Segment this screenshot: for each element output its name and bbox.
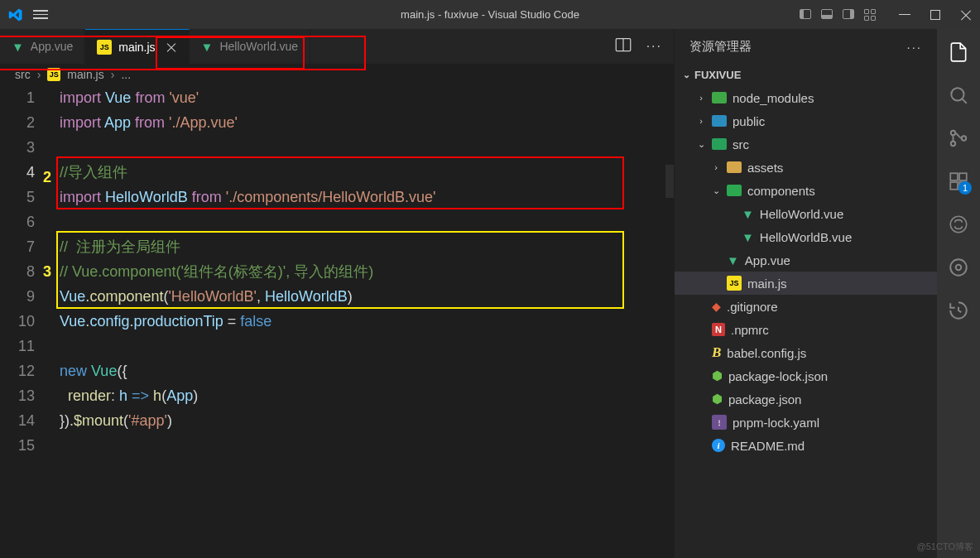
tree-src[interactable]: ⌄src: [675, 132, 937, 156]
tab-label: App.vue: [31, 40, 73, 53]
tree-components[interactable]: ⌄components: [675, 179, 937, 202]
svg-point-11: [950, 216, 967, 233]
hamburger-menu-icon[interactable]: [33, 7, 48, 22]
tab-app-vue[interactable]: ▼ App.vue: [0, 29, 85, 64]
copilot-activity-icon[interactable]: [947, 213, 970, 236]
yaml-icon: ⋮: [712, 415, 727, 430]
search-activity-icon[interactable]: [947, 84, 970, 107]
vue-icon: ▼: [12, 40, 24, 54]
more-actions-icon[interactable]: ···: [646, 39, 662, 54]
json-icon: ⬢: [712, 392, 723, 406]
minimap-scrollbar[interactable]: [665, 165, 674, 198]
tree-packagelock[interactable]: ⬢package-lock.json: [675, 364, 937, 387]
timeline-activity-icon[interactable]: [947, 299, 970, 322]
code-editor[interactable]: 123456789101112131415 import Vue from 'v…: [0, 85, 674, 458]
tree-gitignore[interactable]: ◆.gitignore: [675, 295, 937, 318]
maximize-button[interactable]: [930, 10, 940, 20]
toggle-bottom-panel-icon[interactable]: [821, 9, 833, 19]
tree-package[interactable]: ⬢package.json: [675, 387, 937, 411]
explorer-panel: 资源管理器 ··· ⌄FUXIVUE ›node_modules ›public…: [674, 29, 937, 558]
extensions-badge: 1: [958, 181, 972, 195]
tab-label: main.js: [118, 41, 155, 54]
close-tab-icon[interactable]: [166, 41, 177, 53]
svg-rect-8: [959, 173, 967, 180]
tab-bar: ▼ App.vue JS main.js ▼ HelloWorld.vue ··…: [0, 29, 674, 64]
svg-point-13: [956, 265, 962, 271]
vue-icon: ▼: [727, 253, 739, 267]
watermark: @51CTO博客: [917, 541, 973, 553]
toggle-left-panel-icon[interactable]: [800, 9, 811, 19]
layout-icons: [800, 9, 876, 21]
breadcrumb-file[interactable]: main.js: [67, 68, 103, 81]
tree-npmrc[interactable]: N.npmrc: [675, 318, 937, 341]
minimize-button[interactable]: [899, 14, 910, 15]
folder-icon: [712, 138, 727, 150]
svg-point-4: [951, 131, 955, 135]
file-tree: ›node_modules ›public ⌄src ›assets ⌄comp…: [675, 86, 937, 465]
git-icon: ◆: [712, 300, 721, 313]
tree-pnpm[interactable]: ⋮pnpm-lock.yaml: [675, 411, 937, 434]
npm-icon: N: [712, 323, 725, 336]
window-title: main.js - fuxivue - Visual Studio Code: [401, 8, 579, 21]
svg-point-2: [951, 88, 963, 100]
folder-icon: [712, 115, 727, 127]
svg-rect-7: [950, 173, 958, 180]
folder-icon: [712, 92, 727, 103]
tab-main-js[interactable]: JS main.js: [85, 29, 189, 64]
svg-rect-9: [950, 182, 958, 190]
explorer-title: 资源管理器: [689, 39, 752, 55]
tree-assets[interactable]: ›assets: [675, 156, 937, 179]
breadcrumb[interactable]: src › JS main.js › ...: [0, 64, 674, 85]
code-content[interactable]: import Vue from 'vue' import App from '.…: [60, 85, 674, 458]
svg-point-6: [962, 136, 966, 140]
editor-group: ▼ App.vue JS main.js ▼ HelloWorld.vue ··…: [0, 29, 674, 558]
js-icon: JS: [727, 276, 742, 291]
info-icon: i: [712, 439, 725, 452]
title-bar: main.js - fuxivue - Visual Studio Code: [0, 0, 980, 29]
close-window-button[interactable]: [960, 9, 972, 21]
svg-line-3: [962, 99, 966, 103]
js-icon: JS: [97, 40, 112, 55]
tree-main-js[interactable]: JSmain.js: [675, 272, 937, 295]
explorer-root[interactable]: ⌄FUXIVUE: [675, 64, 937, 86]
vscode-logo-icon: [8, 7, 23, 22]
explorer-more-icon[interactable]: ···: [906, 40, 922, 54]
vue-icon: ▼: [742, 207, 754, 221]
activity-bar: 1: [937, 29, 980, 558]
tab-label: HelloWorld.vue: [219, 40, 298, 53]
annotation-number-3: 3: [43, 259, 51, 284]
svg-point-5: [951, 142, 955, 146]
vue-icon: ▼: [201, 40, 214, 54]
folder-icon: [727, 185, 742, 196]
breadcrumb-src[interactable]: src: [15, 68, 31, 81]
extensions-activity-icon[interactable]: 1: [947, 170, 970, 193]
tree-babel[interactable]: Bbabel.config.js: [675, 341, 937, 364]
json-icon: ⬢: [712, 368, 723, 383]
breadcrumb-more[interactable]: ...: [121, 68, 131, 81]
folder-icon: [727, 161, 742, 173]
tree-helloworld[interactable]: ▼HelloWorld.vue: [675, 202, 937, 225]
tab-helloworld-vue[interactable]: ▼ HelloWorld.vue: [190, 29, 311, 64]
remote-activity-icon[interactable]: [947, 256, 970, 279]
tree-helloworldb[interactable]: ▼HelloWorldB.vue: [675, 225, 937, 248]
customize-layout-icon[interactable]: [864, 9, 876, 21]
toggle-right-panel-icon[interactable]: [843, 9, 854, 19]
annotation-number-2: 2: [43, 165, 51, 190]
babel-icon: B: [712, 344, 721, 361]
tree-readme[interactable]: iREADME.md: [675, 434, 937, 457]
source-control-activity-icon[interactable]: [947, 127, 970, 150]
split-editor-icon[interactable]: [615, 36, 632, 56]
tree-public[interactable]: ›public: [675, 109, 937, 132]
tree-node-modules[interactable]: ›node_modules: [675, 86, 937, 109]
js-icon: JS: [47, 68, 60, 81]
explorer-activity-icon[interactable]: [947, 41, 970, 64]
tree-app-vue[interactable]: ▼App.vue: [675, 248, 937, 272]
svg-point-12: [950, 259, 967, 276]
vue-icon: ▼: [742, 230, 754, 244]
